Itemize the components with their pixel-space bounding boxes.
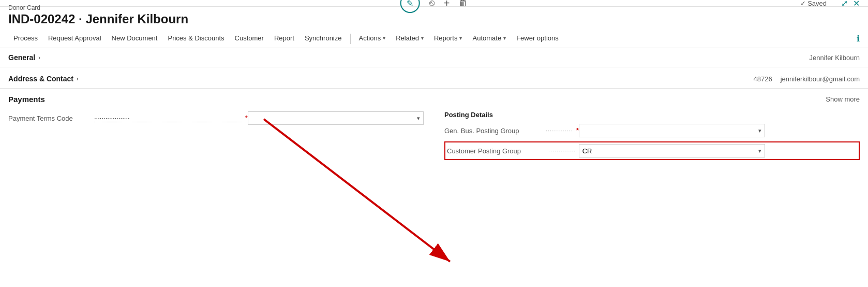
related-chevron-icon: ▾ [421,35,424,41]
customer-posting-group-label: Customer Posting Group [447,147,545,155]
nav-item-reports[interactable]: Reports ▾ [429,30,468,48]
automate-chevron-icon: ▾ [503,35,506,41]
address-section-header[interactable]: Address & Contact › 48726 jenniferkilbou… [0,69,868,89]
customer-posting-dropdown-arrow-icon[interactable]: ▾ [755,148,765,154]
payment-terms-input[interactable]: ▾ [248,111,424,125]
nav-item-process[interactable]: Process [8,30,43,48]
payment-terms-field-row: Payment Terms Code ··················· *… [8,111,424,125]
reports-chevron-icon: ▾ [459,35,462,41]
gen-bus-posting-group-row: Gen. Bus. Posting Group ············· * … [444,124,860,137]
customer-posting-group-row: Customer Posting Group ············· ▾ [447,144,857,157]
nav-item-actions[interactable]: Actions ▾ [354,30,391,48]
saved-status: ✓ Saved [800,0,827,7]
nav-item-customer[interactable]: Customer [230,30,269,48]
payment-terms-dropdown-arrow-icon[interactable]: ▾ [414,115,423,122]
payment-terms-dots: ··················· [94,114,242,122]
plus-icon: + [444,0,450,9]
page-title: IND-020242 · Jennifer Kilbourn [8,12,860,26]
edit-icon: ✎ [407,0,413,8]
nav-item-prices-discounts[interactable]: Prices & Discounts [162,30,229,48]
nav-item-request-approval[interactable]: Request Approval [43,30,107,48]
nav-menu: Process Request Approval New Document Pr… [0,30,868,48]
customer-posting-input[interactable]: ▾ [579,144,765,157]
actions-chevron-icon: ▾ [383,35,385,41]
payments-section: Payments Show more Payment Terms Code ··… [0,89,868,166]
address-section-summary: 48726 jenniferkilbour@gmail.com [753,75,860,83]
customer-posting-dots: ············· [548,148,576,154]
general-section-title: General › [8,53,40,62]
info-icon[interactable]: ℹ [857,34,860,44]
show-more-link[interactable]: Show more [826,95,860,103]
nav-item-report[interactable]: Report [269,30,300,48]
share-button[interactable]: ⎋ [429,0,435,8]
close-window-button[interactable]: ✕ [853,0,860,8]
expand-icon: ⤢ [841,0,848,8]
general-chevron-icon: › [38,54,40,61]
payment-terms-label: Payment Terms Code [8,114,91,122]
gen-bus-posting-label: Gen. Bus. Posting Group [444,127,543,135]
delete-button[interactable]: 🗑 [459,0,468,8]
gen-bus-dots: ············· [546,127,573,134]
close-icon: ✕ [853,0,860,8]
breadcrumb: Donor Card [8,4,40,11]
nav-divider [350,34,351,44]
address-chevron-icon: › [77,76,79,82]
customer-posting-text-input[interactable] [579,145,755,157]
posting-details-title: Posting Details [444,111,860,119]
gen-bus-input[interactable]: ▾ [579,124,765,137]
general-section-summary: Jennifer Kilbourn [809,54,860,62]
nav-item-related[interactable]: Related ▾ [391,30,429,48]
payments-section-title: Payments [8,95,45,104]
payment-terms-text-input[interactable] [248,112,414,124]
add-button[interactable]: + [444,0,450,9]
share-icon: ⎋ [429,0,435,8]
expand-window-button[interactable]: ⤢ [841,0,848,8]
customer-posting-group-highlight: Customer Posting Group ············· ▾ [444,141,860,160]
nav-item-automate[interactable]: Automate ▾ [467,30,511,48]
gen-bus-dropdown-arrow-icon[interactable]: ▾ [755,127,765,134]
address-section-title: Address & Contact › [8,75,79,83]
trash-icon: 🗑 [459,0,468,8]
nav-item-new-document[interactable]: New Document [107,30,163,48]
general-section-header[interactable]: General › Jennifer Kilbourn [0,48,868,67]
edit-button[interactable]: ✎ [400,0,420,13]
gen-bus-text-input[interactable] [579,124,755,137]
nav-item-fewer-options[interactable]: Fewer options [511,30,564,48]
nav-item-synchronize[interactable]: Synchronize [300,30,347,48]
